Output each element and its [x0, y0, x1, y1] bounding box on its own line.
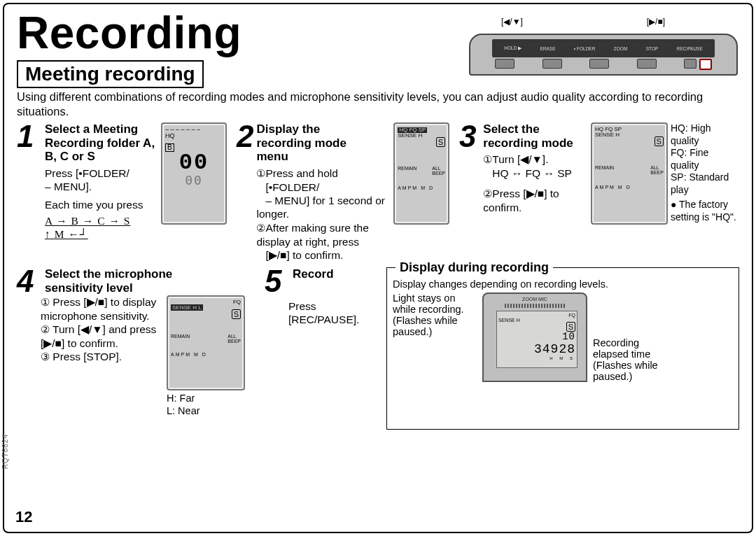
step-2-line: – MENU] for 1 second or longer.: [256, 195, 385, 220]
step-3-number: 3: [459, 122, 480, 225]
zoom-switch: [637, 59, 657, 69]
step-4-number: 4: [17, 267, 41, 295]
playstop-label: [▶/■]: [647, 17, 665, 27]
step-1-line: Each time you press: [45, 199, 143, 211]
doc-code: RQT8824: [1, 434, 9, 469]
step-1-heading: Select a Meeting Recording folder A, B, …: [45, 122, 157, 164]
hold-switch: [495, 59, 514, 69]
folder-button: [589, 59, 609, 69]
step-1-number: 1: [17, 122, 41, 150]
step-4-line: Turn [◀/▼] and press [▶/■] to confirm.: [41, 323, 156, 349]
recorder-front: ZOOM MIC FQ SENSE H S 10 34928 H M S: [482, 292, 587, 382]
mode-legend: HQ: High quality FQ: Fine quality SP: St…: [671, 122, 739, 225]
erase-button: [542, 59, 562, 69]
recorder-screen: FQ SENSE H S 10 34928 H M S: [496, 311, 578, 368]
step-2-number: 2: [237, 122, 253, 262]
sensitivity-H: H: Far: [167, 392, 245, 404]
step-3-line: Turn [◀/▼].: [492, 153, 548, 165]
step-5-heading: Record: [293, 267, 334, 295]
lcd-step-1: – – – – – – – HQ B 00 00: [161, 122, 227, 225]
page-number: 12: [15, 508, 32, 526]
lcd-step-2: HQ FQ SP SENSE H S REMAIN ALL BEEP AMPM …: [393, 122, 449, 225]
step-2-heading: Display the recording mode menu: [256, 122, 354, 164]
display-box-sub: Display changes depending on recording l…: [393, 278, 733, 290]
light-note: Light stays on while recording. (Flashes…: [393, 292, 477, 382]
step-4-heading: Select the microphone sensitivity level: [45, 267, 213, 295]
step-1-line: Press [•FOLDER/: [45, 167, 130, 179]
lcd-step-4: FQ SENSE H L S REMAIN ALL BEEP AMPM M D: [167, 295, 245, 390]
jog-left-label: [◀/▼]: [501, 17, 523, 27]
sensitivity-L: L: Near: [167, 404, 245, 417]
device-label-strip: HOLD ▶ ERASE • FOLDER ZOOM STOP REC/PAUS…: [492, 39, 715, 57]
step-2-line: Press and hold: [265, 167, 337, 179]
step-3-line: Press [▶/■] to confirm.: [483, 188, 559, 213]
step-2-line: [▶/■] to confirm.: [265, 249, 343, 261]
elapsed-note: Recording elapsed time (Flashes while pa…: [593, 337, 677, 382]
step-3-line: HQ ↔ FQ ↔ SP: [492, 167, 572, 179]
step-1-line: – MENU].: [45, 181, 92, 192]
folder-cycle: ↑ M ←┘: [45, 228, 88, 240]
step-5-number: 5: [265, 267, 288, 295]
step-2-line: After making sure the display at right, …: [256, 222, 368, 248]
step-5-line: Press [REC/PAUSE].: [288, 300, 359, 325]
section-heading: Meeting recording: [17, 60, 204, 88]
display-box-title: Display during recording: [396, 260, 553, 275]
step-4-line: Press [▶/■] to display microphone sensit…: [41, 296, 156, 322]
lcd-step-3: HQ FQ SP SENSE H S REMAIN ALL BEEP AMPM …: [591, 122, 668, 225]
stop-button: [684, 59, 696, 69]
device-top-view: [◀/▼] [▶/■] HOLD ▶ ERASE • FOLDER ZOOM S…: [469, 34, 738, 76]
section-intro: Using different combinations of recordin…: [17, 90, 739, 118]
step-2-line: [•FOLDER/: [265, 181, 319, 193]
rec-pause-button: [699, 59, 712, 70]
step-4-line: Press [STOP].: [52, 351, 122, 362]
step-3-heading: Select the recording mode: [483, 122, 574, 150]
folder-cycle: A → B → C → S: [45, 215, 130, 227]
